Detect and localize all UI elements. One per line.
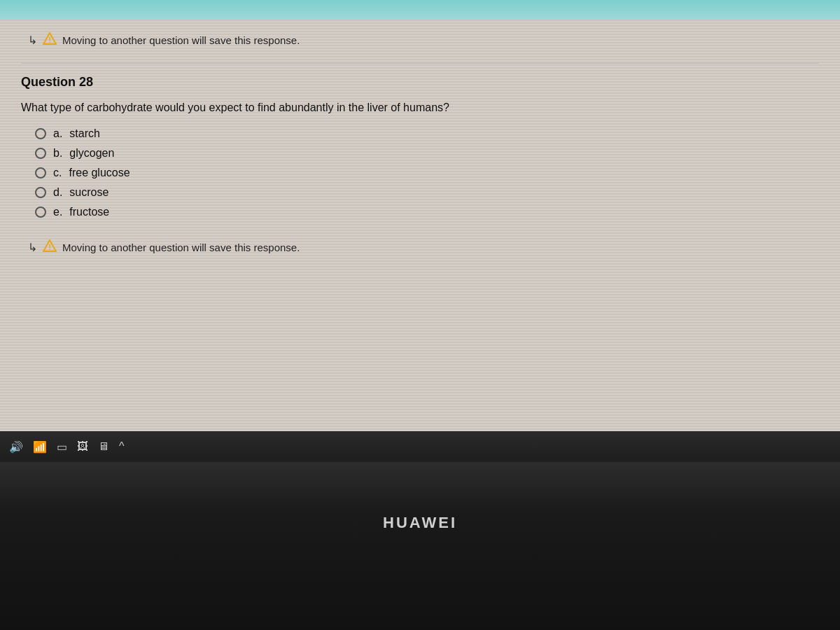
option-a[interactable]: a. starch xyxy=(35,127,819,140)
option-b-label: b. xyxy=(53,147,62,160)
top-arrow-icon: ↳ xyxy=(28,34,37,47)
radio-a[interactable] xyxy=(35,128,46,139)
option-c[interactable]: c. free glucose xyxy=(35,167,819,179)
option-a-label: a. xyxy=(53,127,62,140)
radio-c[interactable] xyxy=(35,167,46,178)
option-e[interactable]: e. fructose xyxy=(35,206,819,218)
bottom-warning-icon: ! xyxy=(43,239,57,255)
browser-area: ↳ ! Moving to another question will save… xyxy=(0,0,840,462)
radio-e[interactable] xyxy=(35,206,46,218)
laptop-brand: HUAWEI xyxy=(383,514,457,532)
top-notice-text: Moving to another question will save thi… xyxy=(62,34,300,46)
question-number: Question 28 xyxy=(21,75,819,90)
top-warning-icon: ! xyxy=(43,32,57,48)
window-icon[interactable]: ▭ xyxy=(57,440,67,454)
option-c-value: free glucose xyxy=(69,167,130,179)
option-d-value: sucrose xyxy=(69,186,108,199)
options-list: a. starch b. glycogen c. free glucose d.… xyxy=(21,127,819,218)
option-b-value: glycogen xyxy=(69,147,114,160)
volume-icon[interactable]: 🔊 xyxy=(9,440,23,454)
top-notice-row: ↳ ! Moving to another question will save… xyxy=(21,32,819,48)
quiz-container: ↳ ! Moving to another question will save… xyxy=(0,20,840,269)
option-c-label: c. xyxy=(53,167,62,179)
laptop-bezel: HUAWEI xyxy=(0,462,840,630)
option-e-value: fructose xyxy=(69,206,109,218)
chevron-up-icon[interactable]: ^ xyxy=(119,440,125,453)
option-b[interactable]: b. glycogen xyxy=(35,147,819,160)
bottom-arrow-icon: ↳ xyxy=(28,241,37,254)
top-banner xyxy=(0,0,840,20)
divider-top xyxy=(21,63,819,64)
wifi-icon[interactable]: 📶 xyxy=(33,440,47,454)
display-icon[interactable]: 🖥 xyxy=(98,440,109,453)
svg-text:!: ! xyxy=(48,36,51,44)
svg-text:!: ! xyxy=(48,243,51,251)
bottom-notice-text: Moving to another question will save thi… xyxy=(62,241,300,253)
option-d[interactable]: d. sucrose xyxy=(35,186,819,199)
screen-icon[interactable]: 🖼 xyxy=(77,440,88,453)
taskbar: 🔊 📶 ▭ 🖼 🖥 ^ xyxy=(0,431,840,462)
option-e-label: e. xyxy=(53,206,62,218)
radio-d[interactable] xyxy=(35,187,46,198)
option-d-label: d. xyxy=(53,186,62,199)
question-text: What type of carbohydrate would you expe… xyxy=(21,99,819,116)
bottom-notice-row: ↳ ! Moving to another question will save… xyxy=(21,239,819,255)
option-a-value: starch xyxy=(69,127,100,140)
radio-b[interactable] xyxy=(35,148,46,159)
